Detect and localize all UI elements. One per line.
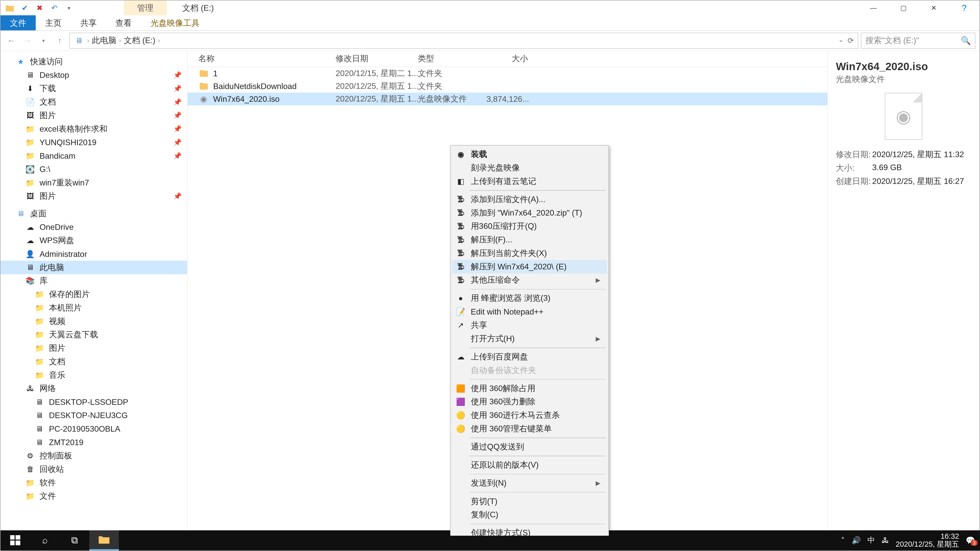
nav-item[interactable]: 📁YUNQISHI2019📌 [0, 136, 187, 149]
help-button[interactable]: ? [949, 0, 980, 15]
nav-item[interactable]: 📁excel表格制作求和📌 [0, 122, 187, 136]
context-menu-item[interactable]: ◉装载 [452, 148, 607, 161]
recent-dropdown[interactable]: ▾ [37, 33, 50, 48]
column-size[interactable]: 大小 [487, 53, 534, 64]
context-menu-item[interactable]: 🗜解压到(F)... [452, 233, 607, 247]
context-menu-item[interactable]: 📝Edit with Notepad++ [452, 305, 607, 319]
tab-disc-tools[interactable]: 光盘映像工具 [141, 15, 209, 30]
nav-item[interactable]: 🖧网络 [0, 382, 187, 395]
context-menu-item[interactable]: 打开方式(H)▶ [452, 332, 607, 345]
quick-access-header[interactable]: ★快速访问 [0, 55, 187, 68]
search-button[interactable]: ⌕ [30, 530, 60, 551]
action-center-icon[interactable]: 💬3 [966, 536, 975, 545]
tray-overflow-icon[interactable]: ˄ [841, 536, 845, 545]
address-bar[interactable]: 🖥 › 此电脑 › 文档 (E:) › ⌄ ⟳ [69, 33, 858, 49]
context-menu-item[interactable]: 🗜用360压缩打开(Q) [452, 220, 607, 233]
nav-item[interactable]: 📁天翼云盘下载 [0, 328, 187, 341]
clock[interactable]: 16:32 2020/12/25, 星期五 [896, 532, 959, 548]
context-menu-item[interactable]: 通过QQ发送到 [452, 440, 607, 454]
nav-item[interactable]: 🗑回收站 [0, 462, 187, 476]
forward-button[interactable]: → [21, 33, 34, 48]
context-menu-item[interactable]: 🗜解压到当前文件夹(X) [452, 246, 607, 260]
maximize-button[interactable]: ▢ [889, 0, 919, 15]
nav-item[interactable]: 📁win7重装win7 [0, 176, 187, 189]
close-button[interactable]: ✕ [919, 0, 949, 15]
up-button[interactable]: ↑ [53, 33, 67, 48]
context-menu-item[interactable]: ◧上传到有道云笔记 [452, 175, 607, 188]
column-date[interactable]: 修改日期 [336, 53, 418, 64]
nav-item[interactable]: ☁OneDrive [0, 221, 187, 234]
nav-item[interactable]: 📁软件 [0, 476, 187, 489]
tab-home[interactable]: 主页 [36, 15, 71, 30]
nav-item[interactable]: ☁WPS网盘 [0, 234, 187, 248]
delete-icon[interactable]: ✖ [34, 3, 45, 13]
context-menu-item[interactable]: ●用 蜂蜜浏览器 浏览(3) [452, 292, 607, 305]
minimize-button[interactable]: — [858, 0, 889, 15]
nav-item[interactable]: 🖥DESKTOP-NJEU3CG [0, 409, 187, 422]
ime-indicator[interactable]: 中 [867, 535, 875, 545]
context-menu-item[interactable]: 🟪使用 360强力删除 [452, 395, 607, 409]
network-icon[interactable]: 🖧 [881, 536, 889, 545]
file-row[interactable]: ◉Win7x64_2020.iso2020/12/25, 星期五 1...光盘映… [188, 93, 827, 105]
file-row[interactable]: 12020/12/15, 星期二 1...文件夹 [188, 67, 827, 80]
start-button[interactable] [0, 530, 30, 551]
context-menu-item[interactable]: 还原以前的版本(V) [452, 458, 607, 472]
nav-item[interactable]: 🖥DESKTOP-LSSOEDP [0, 395, 187, 409]
folder-icon [198, 68, 209, 79]
tab-file[interactable]: 文件 [0, 15, 36, 30]
breadcrumb-segment[interactable]: 此电脑 [92, 35, 116, 46]
desktop-header[interactable]: 🖥桌面 [0, 207, 187, 221]
nav-item[interactable]: 👤Administrator [0, 248, 187, 261]
context-menu-item[interactable]: 🟧使用 360解除占用 [452, 382, 607, 395]
context-menu-item[interactable]: ☁上传到百度网盘 [452, 350, 607, 364]
breadcrumb-segment[interactable]: 文档 (E:) [124, 35, 156, 46]
context-menu-item[interactable]: ↗共享 [452, 319, 607, 332]
context-menu-item[interactable]: 🗜添加到 "Win7x64_2020.zip" (T) [452, 206, 607, 220]
save-icon[interactable]: ✔ [19, 3, 30, 13]
context-menu-item[interactable]: 🟡使用 360进行木马云查杀 [452, 409, 607, 422]
context-menu-item[interactable]: 🗜添加到压缩文件(A)... [452, 192, 607, 206]
tab-share[interactable]: 共享 [71, 15, 106, 30]
context-menu-item[interactable]: 🗜其他压缩命令▶ [452, 273, 607, 287]
nav-item[interactable]: 📁文档 [0, 355, 187, 368]
nav-item[interactable]: ⬇下载📌 [0, 82, 187, 95]
nav-item[interactable]: 📚库 [0, 274, 187, 288]
column-name[interactable]: 名称 [188, 53, 336, 64]
nav-item[interactable]: 💽G:\ [0, 162, 187, 176]
tab-view[interactable]: 查看 [106, 15, 141, 30]
refresh-icon[interactable]: ⟳ [848, 36, 854, 45]
undo-icon[interactable]: ↶ [49, 3, 60, 13]
task-view-button[interactable]: ⧉ [60, 530, 89, 551]
nav-item[interactable]: 🖼图片📌 [0, 109, 187, 122]
dropdown-icon[interactable]: ▾ [64, 3, 75, 13]
nav-item[interactable]: 📁保存的图片 [0, 288, 187, 301]
nav-item[interactable]: 📁视频 [0, 314, 187, 328]
back-button[interactable]: ← [5, 33, 18, 48]
volume-icon[interactable]: 🔊 [852, 536, 861, 545]
context-menu-item[interactable]: 复制(C) [452, 508, 607, 522]
context-menu-item[interactable]: 刻录光盘映像 [452, 161, 607, 175]
context-menu-item[interactable]: 发送到(N)▶ [452, 476, 607, 490]
nav-item[interactable]: 📁音乐 [0, 368, 187, 382]
nav-item[interactable]: 📁Bandicam📌 [0, 149, 187, 163]
history-dropdown-icon[interactable]: ⌄ [838, 36, 843, 45]
item-icon: 📚 [25, 275, 35, 286]
context-menu-item[interactable]: 剪切(T) [452, 495, 607, 508]
search-box[interactable]: 搜索"文档 (E:)" 🔍 [861, 33, 975, 49]
file-row[interactable]: BaiduNetdiskDownload2020/12/25, 星期五 1...… [188, 80, 827, 93]
context-menu-item[interactable]: 🗜解压到 Win7x64_2020\ (E) [452, 260, 607, 273]
nav-item[interactable]: 🖥此电脑 [0, 261, 187, 274]
nav-item[interactable]: 🖼图片📌 [0, 189, 187, 203]
nav-item[interactable]: 🖥PC-20190530OBLA [0, 422, 187, 436]
column-type[interactable]: 类型 [418, 53, 487, 64]
nav-item[interactable]: 🖥Desktop📌 [0, 68, 187, 82]
nav-item[interactable]: 🖥ZMT2019 [0, 436, 187, 449]
nav-item[interactable]: 📁文件 [0, 489, 187, 503]
nav-item[interactable]: ⚙控制面板 [0, 449, 187, 463]
context-menu-item[interactable]: 创建快捷方式(S) [452, 526, 607, 536]
context-menu-item[interactable]: 🟡使用 360管理右键菜单 [452, 422, 607, 436]
explorer-taskbar-button[interactable] [89, 530, 119, 551]
nav-item[interactable]: 📄文档📌 [0, 95, 187, 109]
nav-item[interactable]: 📁图片 [0, 341, 187, 355]
nav-item[interactable]: 📁本机照片 [0, 301, 187, 315]
